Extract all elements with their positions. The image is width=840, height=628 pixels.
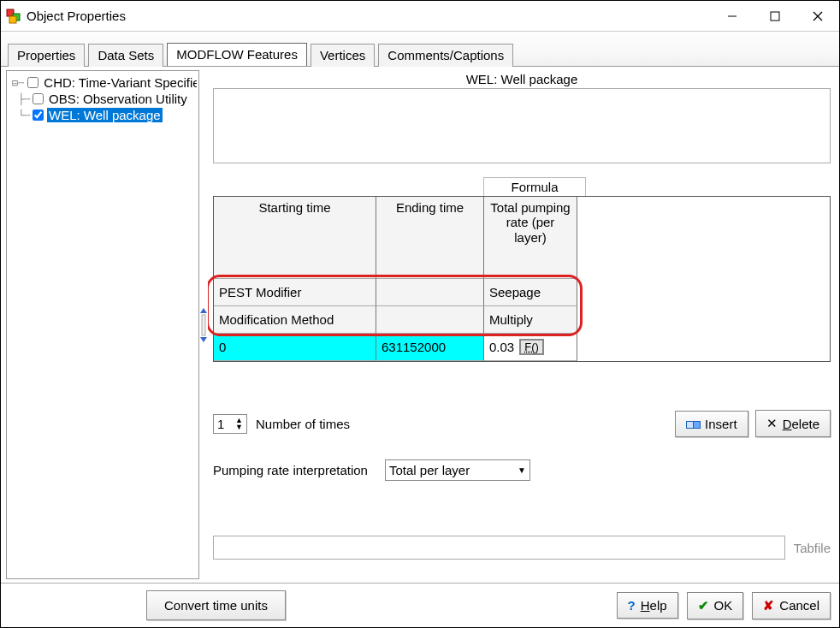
tab-vertices[interactable]: Vertices [311,44,375,67]
cell-end-time[interactable]: 631152000 [376,334,484,361]
tab-comments-captions[interactable]: Comments/Captions [378,44,513,67]
tab-data-sets[interactable]: Data Sets [88,44,163,67]
insert-button[interactable]: Insert [675,411,748,437]
col-header-ending-time: Ending time [376,197,484,279]
cell-start-time[interactable]: 0 [214,334,376,361]
col-header-starting-time: Starting time [214,197,376,279]
svg-marker-7 [200,308,207,313]
tree-checkbox-obs[interactable] [33,93,44,104]
feature-tree[interactable]: ⊟╌ CHD: Time-Variant Specified-Head ├╌ O… [6,70,199,579]
ok-button[interactable]: ✔ OK [687,592,744,619]
tab-bar: Properties Data Sets MODFLOW Features Ve… [1,32,839,66]
svg-rect-2 [9,16,16,23]
convert-time-units-button[interactable]: Convert time units [146,590,286,620]
minimize-button[interactable] [711,1,754,31]
svg-marker-9 [200,337,207,342]
panel-title: WEL: Well package [213,70,831,88]
cell-pest-modifier-b[interactable] [376,279,484,306]
help-button[interactable]: ? Help [617,592,678,619]
dropdown-caret-icon: ▼ [518,465,526,475]
svg-rect-8 [202,315,205,335]
tabfile-label: Tabfile [785,541,831,555]
maximize-button[interactable] [754,1,796,31]
window-title: Object Properties [27,9,711,23]
insert-label: Insert [705,417,737,431]
row-modification-method-label: Modification Method [214,306,376,334]
x-icon: ✘ [763,598,774,613]
cancel-button[interactable]: ✘ Cancel [752,592,831,619]
check-icon: ✔ [698,598,709,613]
titlebar: Object Properties [1,1,839,32]
row-pest-modifier-label: PEST Modifier [214,279,376,306]
spinner-down-icon[interactable]: ▼ [235,424,243,430]
panel-groupbox [213,88,831,163]
cell-pumping-rate-value: 0.03 [489,340,514,354]
tree-item-wel[interactable]: └╌ WEL: Well package [10,107,198,123]
cell-mod-method-b[interactable] [376,306,484,334]
cell-mod-method-c[interactable]: Multiply [484,306,577,334]
formula-button[interactable]: F() [519,339,544,355]
ok-label: OK [714,598,733,613]
tree-checkbox-wel[interactable] [33,110,44,121]
pumping-rate-interp-label: Pumping rate interpretation [213,463,368,477]
tree-branch-icon: └╌ [12,110,33,121]
tree-label: CHD: Time-Variant Specified-Head [42,75,197,90]
help-icon: ? [628,598,636,613]
cancel-label: Cancel [779,598,819,613]
delete-icon: ✕ [766,416,778,431]
tree-item-obs[interactable]: ├╌ OBS: Observation Utility [10,91,198,107]
num-times-label: Number of times [256,417,350,431]
insert-icon [686,417,700,431]
col-header-total-pumping-rate: Total pumping rate (per layer) [484,197,577,279]
tree-branch-icon: ├╌ [12,93,33,105]
convert-label: Convert time units [164,598,268,613]
cell-pest-modifier-c[interactable]: Seepage [484,279,577,306]
num-times-value: 1 [217,417,224,431]
tree-item-chd[interactable]: ⊟╌ CHD: Time-Variant Specified-Head [10,74,198,91]
tree-checkbox-chd[interactable] [27,77,38,88]
close-button[interactable] [796,1,839,31]
help-label: Help [641,598,667,613]
bottom-bar: Convert time units ? Help ✔ OK ✘ Cancel [1,583,839,627]
pumping-rate-interp-value: Total per layer [389,463,470,477]
pumping-rate-interp-select[interactable]: Total per layer ▼ [385,459,530,481]
splitter-handle[interactable] [199,70,208,579]
tree-label: OBS: Observation Utility [47,92,189,106]
tab-properties[interactable]: Properties [8,44,85,67]
tree-branch-icon: ⊟╌ [12,77,27,89]
tab-modflow-features[interactable]: MODFLOW Features [167,43,307,66]
svg-rect-4 [771,12,779,21]
app-icon [6,9,21,24]
data-table: Starting time Ending time Total pumping … [213,196,831,362]
formula-header: Formula [483,177,586,196]
num-times-spinner[interactable]: 1 ▲ ▼ [213,414,247,434]
delete-label: Delete [783,417,819,431]
tabfile-input[interactable] [213,536,785,560]
tree-label: WEL: Well package [47,108,163,122]
delete-button[interactable]: ✕ Delete [755,410,831,437]
cell-pumping-rate[interactable]: 0.03 F() [484,334,577,361]
